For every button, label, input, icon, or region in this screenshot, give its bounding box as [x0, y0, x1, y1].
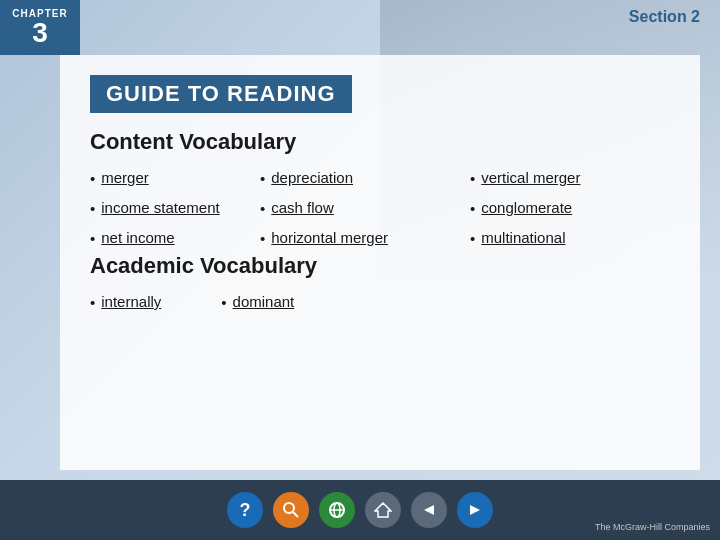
vocab-col-3: • vertical merger • conglomerate • multi… [470, 167, 670, 249]
academic-vocabulary-heading: Academic Vocabulary [90, 253, 670, 279]
vocab-term-cash-flow[interactable]: cash flow [271, 197, 334, 218]
bullet-icon: • [90, 228, 95, 249]
list-item: • dominant [221, 291, 294, 313]
bullet-icon: • [221, 292, 226, 313]
svg-marker-6 [424, 505, 434, 515]
vocab-term-internally[interactable]: internally [101, 291, 161, 312]
vocabulary-grid: • merger • income statement • net income… [90, 167, 670, 249]
list-item: • vertical merger [470, 167, 670, 189]
list-item: • horizontal merger [260, 227, 460, 249]
globe-button[interactable] [319, 492, 355, 528]
list-item: • conglomerate [470, 197, 670, 219]
list-item: • net income [90, 227, 250, 249]
globe-icon [328, 501, 346, 519]
list-item: • cash flow [260, 197, 460, 219]
prev-button[interactable] [411, 492, 447, 528]
svg-point-0 [284, 503, 294, 513]
bullet-icon: • [90, 198, 95, 219]
vocab-term-dominant[interactable]: dominant [233, 291, 295, 312]
help-button[interactable]: ? [227, 492, 263, 528]
chapter-number: 3 [32, 19, 48, 47]
list-item: • internally [90, 291, 161, 313]
svg-line-1 [293, 512, 298, 517]
vocab-term-multinational[interactable]: multinational [481, 227, 565, 248]
vocab-term-merger[interactable]: merger [101, 167, 149, 188]
vocab-term-horizontal-merger[interactable]: horizontal merger [271, 227, 388, 248]
vocab-term-income-statement[interactable]: income statement [101, 197, 219, 218]
bullet-icon: • [260, 198, 265, 219]
guide-title-text: GUIDE TO READING [106, 81, 336, 106]
svg-marker-7 [470, 505, 480, 515]
bullet-icon: • [260, 168, 265, 189]
bullet-icon: • [260, 228, 265, 249]
bullet-icon: • [470, 168, 475, 189]
list-item: • merger [90, 167, 250, 189]
section-header: Section 2 [629, 8, 700, 26]
next-icon [468, 503, 482, 517]
home-icon [374, 501, 392, 519]
bullet-icon: • [90, 168, 95, 189]
list-item: • depreciation [260, 167, 460, 189]
academic-vocabulary-section: Academic Vocabulary • internally • domin… [90, 253, 670, 313]
vocab-term-conglomerate[interactable]: conglomerate [481, 197, 572, 218]
section-label: Section 2 [629, 8, 700, 25]
vocab-col-2: • depreciation • cash flow • horizontal … [260, 167, 460, 249]
vocab-term-net-income[interactable]: net income [101, 227, 174, 248]
next-button[interactable] [457, 492, 493, 528]
list-item: • income statement [90, 197, 250, 219]
main-content: GUIDE TO READING Content Vocabulary • me… [60, 55, 700, 470]
bullet-icon: • [470, 198, 475, 219]
home-button[interactable] [365, 492, 401, 528]
academic-grid: • internally • dominant [90, 291, 670, 313]
bullet-icon: • [90, 292, 95, 313]
search-button[interactable] [273, 492, 309, 528]
vocab-col-1: • merger • income statement • net income [90, 167, 250, 249]
svg-marker-5 [375, 503, 391, 517]
vocab-term-depreciation[interactable]: depreciation [271, 167, 353, 188]
vocab-term-vertical-merger[interactable]: vertical merger [481, 167, 580, 188]
mcgraw-logo: The McGraw-Hill Companies [595, 522, 710, 532]
content-vocabulary-heading: Content Vocabulary [90, 129, 670, 155]
search-icon [282, 501, 300, 519]
chapter-header: CHAPTER 3 [0, 0, 80, 55]
prev-icon [422, 503, 436, 517]
list-item: • multinational [470, 227, 670, 249]
guide-title-box: GUIDE TO READING [90, 75, 352, 113]
bullet-icon: • [470, 228, 475, 249]
